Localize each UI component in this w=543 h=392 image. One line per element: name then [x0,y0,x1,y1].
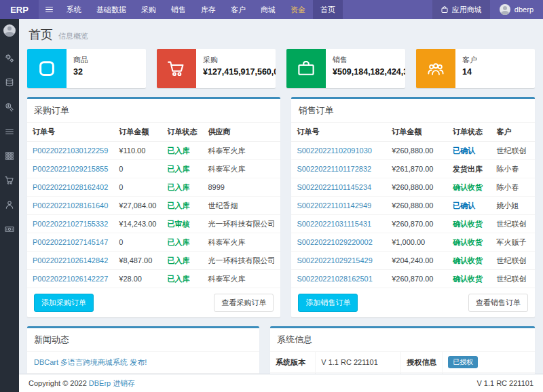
cart-icon [157,49,196,88]
add-purchase-order-button[interactable]: 添加采购订单 [34,294,94,312]
stat-value: 14 [462,67,477,77]
news-link[interactable]: DBCart 多语言跨境商城系统 发布! [34,358,147,366]
view-purchase-orders-button[interactable]: 查看采购订单 [214,294,274,312]
table-row: P00220221030122259 ¥110.00 已入库 科泰军火库 [27,142,280,160]
app-logo[interactable]: ERP [0,0,39,19]
panel-title: 采购订单 [27,99,280,123]
system-info-table: 系统版本 V 1.1 RC 221101 授权信息 已授权 PHP版本 7.4.… [270,352,535,374]
system-info-panel: 系统信息 系统版本 V 1.1 RC 221101 授权信息 已授权 PHP版本… [270,326,535,374]
order-link[interactable]: S00220221101142949 [297,201,371,210]
nav-item-sales[interactable]: 销售 [164,0,193,19]
hamburger-icon [45,5,53,14]
settings-icon[interactable] [4,53,15,64]
navbar-right: 应用商城 dberp [432,0,543,19]
authorized-badge: 已授权 [448,356,478,368]
orders-row: 采购订单 订单号 订单金额 订单状态 供应商 P0022022103012225… [27,97,535,317]
order-link[interactable]: S00220221029220002 [297,238,372,246]
table-row: P00220221029215855 0 已入库 科泰军火库 [27,160,280,178]
table-row: S00220221101172832 ¥261,870.00 发货出库 陈小春 [291,160,535,178]
panel-title: 销售订单 [291,99,535,123]
table-row: S00220221028162501 ¥260,870.00 确认收货 世纪联创 [291,270,535,288]
main-menu: 系统 基础数据 采购 销售 库存 客户 商城 资金 首页 [59,0,343,19]
copyright: Copyright © 2022 DBErp 进销存 [29,378,135,389]
order-link[interactable]: S00220221101172832 [297,165,371,173]
order-link[interactable]: S00220221031115431 [297,220,371,228]
news-panel: 新闻动态 DBCart 多语言跨境商城系统 发布! 第三方系统订单对接DBERP… [27,326,259,374]
status-badge: 已确认 [447,142,491,160]
order-link[interactable]: P00220221030122259 [33,146,108,155]
order-link[interactable]: S00220221029215429 [297,256,372,264]
table-row: 系统版本 V 1.1 RC 221101 授权信息 已授权 [270,352,535,373]
nav-item-system[interactable]: 系统 [59,0,89,19]
table-row: S00220221102091030 ¥260,880.00 已确认 世纪联创 [291,142,535,160]
add-sales-order-button[interactable]: 添加销售订单 [298,294,358,312]
view-sales-orders-button[interactable]: 查看销售订单 [468,294,528,312]
status-badge: 已入库 [162,270,202,288]
sidebar-avatar[interactable] [3,24,16,37]
table-row: S00220221029215429 ¥204,240.00 确认收货 世纪联创 [291,252,535,270]
order-link[interactable]: P00220221026142842 [33,256,108,264]
order-link[interactable]: S00220221101145234 [297,183,371,191]
order-link[interactable]: P00220221028161640 [33,201,108,210]
info-row: 新闻动态 DBCart 多语言跨境商城系统 发布! 第三方系统订单对接DBERP… [27,326,535,374]
panel-footer: 添加销售订单 查看销售订单 [291,288,535,317]
status-badge: 已入库 [162,142,202,160]
nav-item-inventory[interactable]: 库存 [193,0,223,19]
nav-item-mall[interactable]: 商城 [253,0,283,19]
order-link[interactable]: P00220221027145147 [33,238,108,246]
menu-lines-icon[interactable] [4,126,15,137]
order-link[interactable]: P00220221029215855 [33,165,108,173]
page-title: 首页 [29,26,53,43]
order-link[interactable]: P00220221028162402 [33,183,108,191]
stat-value: ¥127,415,917,560,032.0 [203,67,276,77]
table-header-row: 订单号 订单金额 订单状态 客户 [291,123,535,142]
user-menu[interactable]: dberp [490,0,543,19]
status-badge: 发货出库 [447,160,491,178]
status-badge: 已审核 [162,215,202,233]
sidebar-toggle[interactable] [39,0,59,19]
app-store-button[interactable]: 应用商城 [432,0,490,19]
version-label: V 1.1 RC 221101 [476,379,533,387]
cart-icon[interactable] [4,175,15,186]
table-row: P00220221028162402 0 已入库 8999 [27,178,280,197]
page-subtitle: 信息概览 [58,31,88,41]
users-icon [416,49,455,88]
table-row: P00220221028161640 ¥27,084.00 已入库 世纪香烟 [27,197,280,215]
status-badge: 已入库 [162,233,202,252]
modules-grid-icon[interactable] [4,151,15,161]
status-badge: 确认收货 [447,215,491,233]
table-header-row: 订单号 订单金额 订单状态 供应商 [27,123,280,142]
brand-link[interactable]: DBErp 进销存 [89,379,135,387]
sales-orders-panel: 销售订单 订单号 订单金额 订单状态 客户 S00220221102091030… [291,97,535,317]
status-badge: 确认收货 [447,233,491,252]
purchase-orders-panel: 采购订单 订单号 订单金额 订单状态 供应商 P0022022103012225… [27,97,280,317]
money-icon[interactable] [4,224,15,235]
stat-card-purchase: 采购 ¥127,415,917,560,032.0 [157,49,276,88]
sales-orders-table: 订单号 订单金额 订单状态 客户 S00220221102091030 ¥260… [291,123,535,288]
order-link[interactable]: P00220221027155332 [33,220,108,228]
table-row: S00220221031115431 ¥260,870.00 确认收货 世纪联创 [291,215,535,233]
order-link[interactable]: S00220221028162501 [297,275,372,283]
nav-item-purchase[interactable]: 采购 [134,0,164,19]
stat-card-products: 商品 32 [27,49,146,88]
table-row: S00220221101145234 ¥260,880.00 确认收货 陈小春 [291,178,535,197]
left-sidebar [0,19,19,392]
database-icon[interactable] [4,77,15,88]
nav-item-basedata[interactable]: 基础数据 [89,0,134,19]
panel-title: 新闻动态 [27,328,259,352]
stat-label: 销售 [333,55,405,65]
user-icon[interactable] [4,199,15,210]
stat-value: ¥509,184,182,424,349.0 [333,67,405,77]
finance-icon[interactable] [4,102,15,113]
status-badge: 确认收货 [447,178,491,197]
user-avatar [500,4,510,15]
order-link[interactable]: P00220221026142227 [33,275,108,283]
nav-item-home[interactable]: 首页 [313,0,343,19]
status-badge: 确认收货 [447,252,491,270]
order-link[interactable]: S00220221102091030 [297,146,372,155]
nav-item-customer[interactable]: 客户 [223,0,253,19]
box-icon [27,49,67,88]
status-badge: 已入库 [162,197,202,215]
nav-item-funds[interactable]: 资金 [283,0,313,19]
stat-cards: 商品 32 采购 ¥127,415,917,560,032.0 销售 ¥509,… [27,49,535,88]
